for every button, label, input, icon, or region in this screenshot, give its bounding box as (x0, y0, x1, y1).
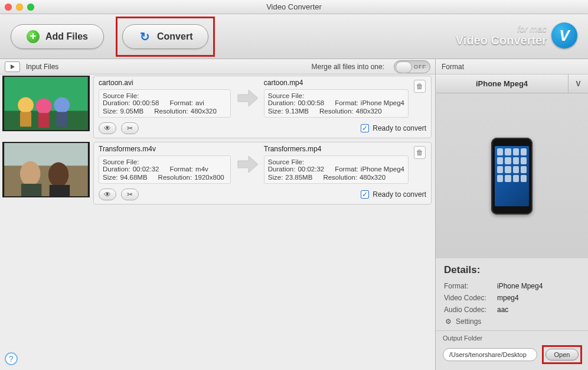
main-toolbar: + Add Files ↻ Convert for mac Video Conv… (0, 14, 588, 59)
video-thumbnail[interactable] (2, 142, 90, 197)
target-filename: cartoon.mp4 (264, 79, 409, 87)
question-icon: ? (9, 354, 14, 363)
detail-video-codec: mpeg4 (497, 294, 519, 302)
brand-area: for mac Video Converter V (456, 22, 577, 48)
check-icon: ✓ (361, 124, 369, 132)
svg-rect-12 (21, 184, 41, 196)
svg-rect-5 (20, 112, 31, 126)
svg-point-4 (54, 97, 70, 113)
add-files-button[interactable]: + Add Files (11, 24, 104, 49)
target-filename: Transformers.mp4 (264, 145, 409, 153)
arrow-icon (234, 145, 260, 184)
video-thumbnail[interactable] (2, 76, 90, 131)
source-filename: cartoon.avi (99, 79, 231, 87)
output-folder-label: Output Folder (443, 335, 582, 342)
trim-button[interactable]: ✂ (121, 122, 139, 134)
open-highlight-box: Open (542, 345, 582, 364)
merge-label: Merge all files into one: (312, 63, 384, 71)
source-file-label: Source File: (103, 158, 227, 165)
delete-button[interactable]: 🗑 (412, 145, 427, 184)
scissors-icon: ✂ (127, 190, 133, 199)
ready-checkbox[interactable]: ✓ Ready to convert (361, 190, 426, 199)
device-preview (436, 93, 588, 258)
scissors-icon: ✂ (127, 124, 133, 132)
eye-icon: 👁 (104, 190, 111, 199)
trash-icon: 🗑 (414, 80, 426, 93)
detail-audio-codec: aac (497, 306, 508, 314)
iphone-icon (491, 138, 533, 215)
file-list: cartoon.avi Source File: Duration:00:00:… (0, 74, 435, 370)
convert-highlight-box: ↻ Convert (116, 17, 215, 57)
eye-icon: 👁 (104, 124, 111, 132)
input-files-label: Input Files (26, 63, 58, 71)
trash-icon: 🗑 (414, 146, 426, 159)
format-selector[interactable]: iPhone Mpeg4 V (436, 74, 588, 93)
file-item: cartoon.avi Source File: Duration:00:00:… (2, 76, 432, 138)
svg-rect-6 (38, 113, 50, 128)
add-files-label: Add Files (45, 31, 88, 42)
title-bar: Video Converter (0, 0, 588, 14)
svg-point-10 (20, 161, 40, 186)
svg-point-11 (48, 163, 68, 187)
details-title: Details: (444, 264, 581, 276)
brand-logo-icon: V (551, 22, 577, 48)
right-panel: Format iPhone Mpeg4 V Details: Format:iP… (436, 59, 588, 370)
detail-format: iPhone Mpeg4 (497, 282, 543, 290)
arrow-icon (234, 79, 260, 118)
file-card: cartoon.avi Source File: Duration:00:00:… (93, 76, 432, 138)
svg-point-2 (18, 97, 34, 113)
window-title: Video Converter (0, 2, 588, 11)
check-icon: ✓ (361, 190, 369, 199)
play-icon[interactable] (5, 61, 20, 72)
brand-title: Video Converter (456, 34, 547, 47)
source-column: Transformers.m4v Source File: Duration:0… (99, 145, 231, 184)
merge-toggle[interactable]: OFF (394, 60, 430, 73)
target-file-label: Source File: (268, 92, 404, 99)
help-button[interactable]: ? (5, 352, 18, 365)
svg-point-3 (36, 98, 52, 114)
source-file-label: Source File: (103, 92, 227, 99)
trim-button[interactable]: ✂ (121, 189, 139, 200)
format-side-tab[interactable]: V (568, 74, 588, 93)
convert-label: Convert (157, 31, 192, 42)
target-column: Transformers.mp4 Source File: Duration:0… (264, 145, 409, 184)
source-column: cartoon.avi Source File: Duration:00:00:… (99, 79, 231, 118)
delete-button[interactable]: 🗑 (412, 79, 427, 118)
ready-label: Ready to convert (373, 190, 426, 199)
settings-button[interactable]: ⚙ Settings (444, 317, 581, 326)
selected-format-label: iPhone Mpeg4 (436, 74, 568, 93)
svg-rect-13 (50, 185, 70, 196)
file-card: Transformers.m4v Source File: Duration:0… (93, 142, 432, 205)
settings-label: Settings (456, 317, 481, 326)
ready-checkbox[interactable]: ✓ Ready to convert (361, 124, 426, 132)
open-button[interactable]: Open (545, 349, 579, 361)
svg-rect-7 (56, 112, 67, 126)
preview-button[interactable]: 👁 (99, 122, 116, 134)
output-path-field[interactable]: /Users/tenorshare/Desktop (443, 348, 537, 361)
source-filename: Transformers.m4v (99, 145, 231, 153)
preview-button[interactable]: 👁 (99, 189, 116, 200)
input-files-header: Input Files Merge all files into one: OF… (0, 59, 435, 74)
content-area: Input Files Merge all files into one: OF… (0, 59, 588, 370)
svg-rect-9 (4, 143, 88, 165)
target-file-label: Source File: (268, 158, 404, 165)
brand-subtitle: for mac (456, 24, 547, 34)
output-folder-section: Output Folder /Users/tenorshare/Desktop … (436, 330, 588, 370)
target-column: cartoon.mp4 Source File: Duration:00:00:… (264, 79, 409, 118)
format-header: Format (436, 59, 588, 74)
plus-icon: + (27, 30, 40, 43)
left-panel: Input Files Merge all files into one: OF… (0, 59, 436, 370)
refresh-icon: ↻ (138, 30, 151, 43)
file-item: Transformers.m4v Source File: Duration:0… (2, 142, 432, 205)
gear-icon: ⚙ (444, 317, 452, 326)
convert-button[interactable]: ↻ Convert (122, 24, 208, 49)
details-section: Details: Format:iPhone Mpeg4 Video Codec… (436, 258, 588, 330)
ready-label: Ready to convert (373, 124, 426, 132)
